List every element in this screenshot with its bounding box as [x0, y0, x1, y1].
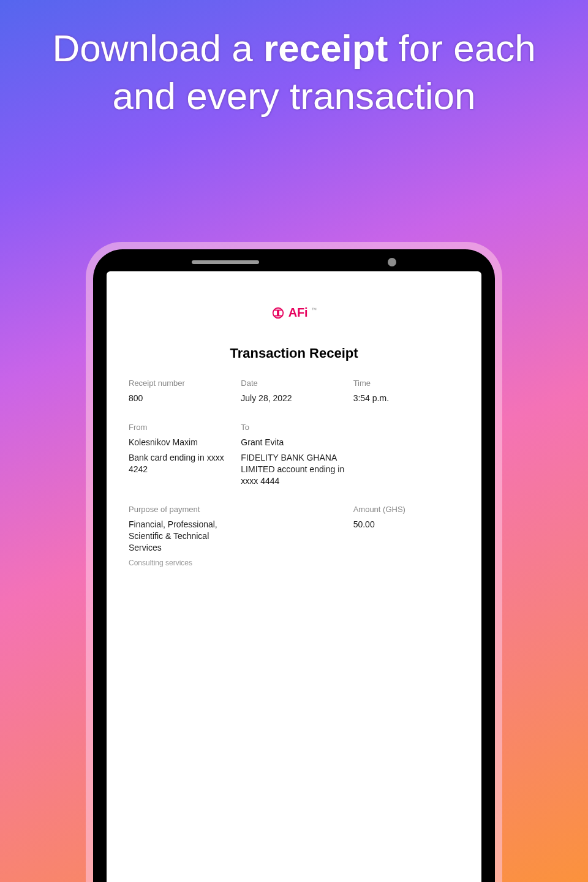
value-from-account: Bank card ending in xxxx 4242	[129, 452, 235, 475]
value-time: 3:54 p.m.	[353, 393, 459, 404]
value-purpose-note: Consulting services	[129, 559, 235, 567]
tablet-speakerbar	[192, 258, 396, 266]
label-receipt-number: Receipt number	[129, 379, 235, 388]
value-date: July 28, 2022	[241, 393, 347, 404]
field-purpose: Purpose of payment Financial, Profession…	[129, 505, 235, 567]
field-from: From Kolesnikov Maxim Bank card ending i…	[129, 423, 235, 487]
value-receipt-number: 800	[129, 393, 235, 404]
field-receipt-number: Receipt number 800	[129, 379, 235, 404]
label-from: From	[129, 423, 235, 432]
brand-name: AFi	[288, 306, 307, 320]
field-amount: Amount (GHS) 50.00	[353, 505, 459, 567]
trademark-icon: ™	[311, 307, 317, 313]
label-date: Date	[241, 379, 347, 388]
value-amount: 50.00	[353, 519, 459, 530]
field-to: To Grant Evita FIDELITY BANK GHANA LIMIT…	[241, 423, 347, 487]
value-purpose: Financial, Professional, Scientific & Te…	[129, 519, 235, 554]
speaker-slot-icon	[192, 260, 259, 264]
headline-bold: receipt	[263, 27, 388, 69]
tablet-outer: AFi ™ Transaction Receipt Receipt number…	[86, 242, 502, 882]
field-empty-2	[241, 505, 347, 567]
tablet-mockup: AFi ™ Transaction Receipt Receipt number…	[86, 242, 502, 882]
field-empty	[353, 423, 459, 487]
tablet-bezel: AFi ™ Transaction Receipt Receipt number…	[93, 249, 495, 882]
field-time: Time 3:54 p.m.	[353, 379, 459, 404]
front-camera-icon	[388, 258, 396, 266]
receipt-document: AFi ™ Transaction Receipt Receipt number…	[107, 271, 481, 882]
receipt-grid: Receipt number 800 Date July 28, 2022 Ti…	[129, 379, 459, 581]
field-date: Date July 28, 2022	[241, 379, 347, 404]
value-from-name: Kolesnikov Maxim	[129, 437, 235, 448]
brand: AFi ™	[129, 306, 459, 320]
headline-pre: Download a	[52, 27, 263, 69]
label-to: To	[241, 423, 347, 432]
afi-logo-icon	[271, 306, 285, 320]
document-title: Transaction Receipt	[129, 345, 459, 361]
label-purpose: Purpose of payment	[129, 505, 235, 514]
value-to-name: Grant Evita	[241, 437, 347, 448]
value-to-account: FIDELITY BANK GHANA LIMITED account endi…	[241, 452, 347, 487]
label-amount: Amount (GHS)	[353, 505, 459, 514]
label-time: Time	[353, 379, 459, 388]
marketing-headline: Download a receipt for each and every tr…	[0, 24, 588, 119]
